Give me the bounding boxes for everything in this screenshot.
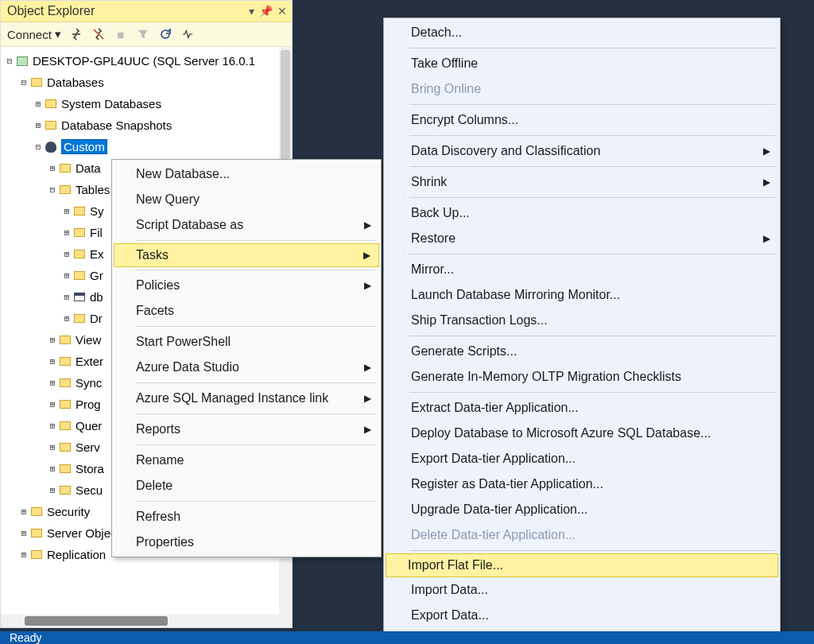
- panel-title-bar: Object Explorer ▾ 📌 ✕: [1, 1, 292, 22]
- menu-bring-online: Bring Online: [386, 76, 778, 102]
- tree-node-database-snapshots[interactable]: Database Snapshots: [1, 114, 292, 136]
- menu-separator: [136, 326, 376, 327]
- menu-separator: [409, 336, 775, 336]
- connect-object-icon[interactable]: [69, 27, 83, 41]
- menu-upgrade-data-tier-app[interactable]: Upgrade Data-tier Application...: [386, 497, 778, 522]
- menu-rename[interactable]: Rename: [114, 448, 379, 473]
- menu-separator: [136, 240, 376, 241]
- activity-icon[interactable]: [180, 27, 195, 41]
- menu-restore[interactable]: Restore▶: [386, 226, 778, 251]
- menu-shrink[interactable]: Shrink▶: [386, 169, 778, 195]
- menu-export-data-tier-app[interactable]: Export Data-tier Application...: [386, 446, 778, 471]
- menu-delete[interactable]: Delete: [114, 473, 379, 499]
- menu-separator: [409, 135, 775, 136]
- menu-policies[interactable]: Policies▶: [114, 273, 379, 298]
- menu-extract-data-tier-app[interactable]: Extract Data-tier Application...: [386, 395, 778, 421]
- menu-back-up[interactable]: Back Up...: [386, 200, 778, 226]
- menu-separator: [136, 413, 376, 414]
- stop-icon[interactable]: ■: [114, 27, 128, 41]
- menu-launch-mirroring-monitor[interactable]: Launch Database Mirroring Monitor...: [386, 282, 778, 308]
- submenu-arrow-icon: ▶: [364, 219, 371, 231]
- menu-properties[interactable]: Properties: [114, 530, 379, 555]
- menu-separator: [409, 48, 775, 48]
- menu-script-database-as[interactable]: Script Database as▶: [114, 212, 379, 238]
- menu-encrypt-columns[interactable]: Encrypt Columns...: [386, 107, 778, 133]
- menu-generate-oltp-checklists[interactable]: Generate In-Memory OLTP Migration Checkl…: [386, 364, 778, 390]
- menu-generate-scripts[interactable]: Generate Scripts...: [386, 339, 778, 364]
- menu-separator: [136, 444, 376, 445]
- menu-take-offline[interactable]: Take Offline: [386, 51, 778, 76]
- tree-node-selected[interactable]: Custom: [61, 139, 107, 154]
- pin-icon[interactable]: 📌: [259, 5, 273, 17]
- menu-separator: [136, 382, 376, 383]
- horizontal-scrollbar[interactable]: [1, 615, 279, 627]
- menu-separator: [409, 104, 775, 105]
- menu-export-data[interactable]: Export Data...: [386, 603, 778, 628]
- menu-data-discovery-classification[interactable]: Data Discovery and Classification▶: [386, 138, 778, 164]
- menu-tasks[interactable]: Tasks▶: [114, 243, 379, 267]
- menu-mirror[interactable]: Mirror...: [386, 257, 778, 282]
- panel-title: Object Explorer: [7, 4, 95, 18]
- tree-node-server[interactable]: DESKTOP-GPL4UUC (SQL Server 16.0.1: [1, 50, 292, 72]
- tree-node-databases[interactable]: Databases: [1, 72, 292, 93]
- submenu-arrow-icon: ▶: [364, 393, 371, 404]
- menu-detach[interactable]: Detach...: [386, 20, 778, 45]
- submenu-arrow-icon: ▶: [364, 424, 371, 435]
- menu-reports[interactable]: Reports▶: [114, 417, 379, 442]
- tree-node-system-databases[interactable]: System Databases: [1, 93, 292, 114]
- menu-azure-managed-instance-link[interactable]: Azure SQL Managed Instance link▶: [114, 386, 379, 411]
- status-text: Ready: [10, 631, 41, 644]
- menu-separator: [409, 254, 775, 254]
- submenu-arrow-icon: ▶: [364, 362, 371, 373]
- menu-ship-transaction-logs[interactable]: Ship Transaction Logs...: [386, 308, 778, 333]
- menu-separator: [409, 392, 775, 393]
- context-menu-database: New Database... New Query Script Databas…: [111, 159, 382, 557]
- submenu-arrow-icon: ▶: [763, 145, 770, 157]
- submenu-arrow-icon: ▶: [763, 177, 770, 188]
- menu-import-flat-file[interactable]: Import Flat File...: [386, 553, 778, 577]
- menu-refresh[interactable]: Refresh: [114, 504, 379, 530]
- window-options-icon[interactable]: ▾: [249, 5, 254, 17]
- tree-node-custom-db[interactable]: Custom: [1, 136, 292, 157]
- menu-deploy-to-azure-sql[interactable]: Deploy Database to Microsoft Azure SQL D…: [386, 421, 778, 446]
- menu-facets[interactable]: Facets: [114, 298, 379, 324]
- panel-toolbar: Connect▾ ■: [1, 22, 292, 47]
- menu-new-database[interactable]: New Database...: [114, 161, 379, 187]
- connect-button[interactable]: Connect▾: [7, 27, 61, 41]
- menu-import-data[interactable]: Import Data...: [386, 577, 778, 603]
- menu-separator: [409, 550, 775, 551]
- refresh-icon[interactable]: [158, 27, 172, 41]
- menu-azure-data-studio[interactable]: Azure Data Studio▶: [114, 355, 379, 380]
- menu-delete-data-tier-app: Delete Data-tier Application...: [386, 522, 778, 548]
- context-menu-tasks: Detach... Take Offline Bring Online Encr…: [383, 17, 781, 644]
- submenu-arrow-icon: ▶: [364, 280, 371, 291]
- disconnect-icon[interactable]: [91, 27, 106, 41]
- close-icon[interactable]: ✕: [277, 5, 287, 17]
- submenu-arrow-icon: ▶: [363, 250, 370, 261]
- submenu-arrow-icon: ▶: [763, 233, 770, 244]
- menu-separator: [409, 166, 775, 167]
- menu-separator: [136, 270, 376, 270]
- menu-start-powershell[interactable]: Start PowerShell: [114, 329, 379, 355]
- menu-separator: [409, 197, 775, 198]
- filter-icon[interactable]: [136, 27, 150, 41]
- menu-register-data-tier-app[interactable]: Register as Data-tier Application...: [386, 471, 778, 497]
- menu-separator: [136, 501, 376, 502]
- status-bar: Ready: [0, 631, 814, 644]
- menu-new-query[interactable]: New Query: [114, 187, 379, 212]
